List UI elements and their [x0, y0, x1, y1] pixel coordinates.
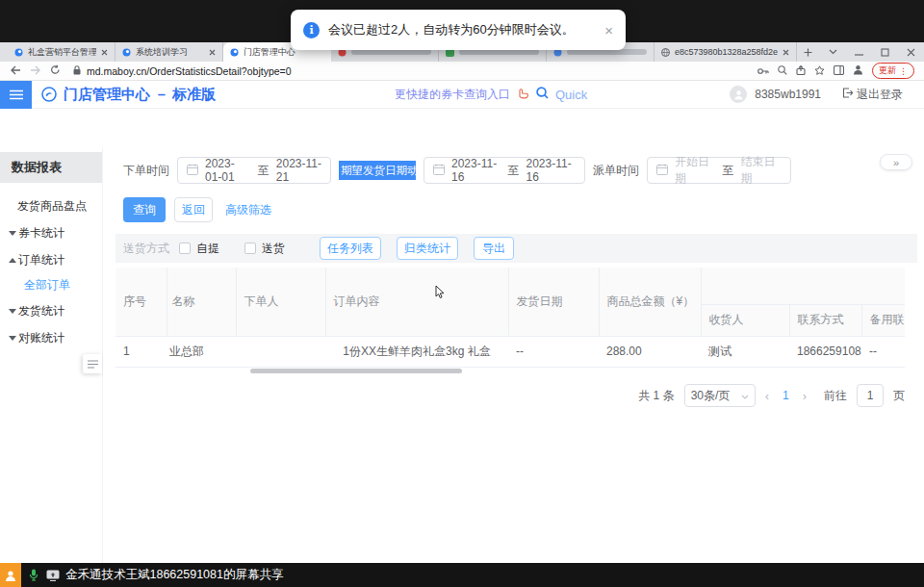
col-total: 商品总金额（¥） — [599, 268, 701, 336]
advanced-filter-link[interactable]: 高级筛选 — [225, 202, 271, 218]
browser-tab-training[interactable]: 系统培训学习 — [116, 42, 223, 62]
table-row[interactable]: 1 业总部 1份XX生鲜羊肉礼盒3kg 礼盒 -- 288.00 测试 1866… — [116, 336, 905, 367]
expected-ship-date-range-input[interactable]: 2023-11-16 至 2023-11-16 — [424, 157, 585, 184]
col-orderer: 下单人 — [236, 268, 325, 336]
current-page[interactable]: 1 — [779, 389, 793, 402]
bookmark-star-icon[interactable] — [814, 65, 825, 77]
meeting-notification-toast: i 会议已超过2人，自动转为60分钟限时会议。 × — [291, 10, 626, 50]
query-button[interactable]: 查询 — [123, 197, 166, 222]
browser-tab-hash[interactable]: e8c573980b1328a258fd2e618 — [654, 42, 797, 62]
zoom-icon[interactable] — [778, 65, 787, 77]
sidebar-item-all-orders-active[interactable]: 全部订单 — [0, 273, 102, 297]
sidebar-item-shipment-inventory[interactable]: 发货商品盘点 — [0, 192, 102, 219]
col-group-receiver — [701, 268, 905, 304]
back-button[interactable]: 返回 — [174, 197, 213, 222]
checkbox-icon[interactable] — [244, 242, 256, 254]
logout-button[interactable]: 退出登录 — [842, 87, 903, 103]
col-content: 订单内容 — [325, 268, 508, 336]
col-receiver: 收货人 — [701, 304, 789, 336]
tab-close-icon[interactable] — [783, 49, 789, 56]
screen-share-bar: 金禾通技术王斌18662591081的屏幕共享 — [0, 563, 924, 587]
sidebar-item-order-stats[interactable]: 订单统计 — [0, 246, 102, 273]
notification-close-icon[interactable]: × — [604, 22, 613, 38]
pagination: 共 1 条 30条/页 ‹ 1 › 前往 1 页 — [638, 384, 905, 407]
window-minimize-button[interactable] — [846, 42, 872, 62]
filter-collapse-button[interactable]: » — [880, 154, 912, 170]
screen-share-icon[interactable] — [46, 570, 60, 581]
forward-icon[interactable] — [30, 65, 41, 77]
next-page-button[interactable]: › — [803, 389, 807, 403]
logout-icon — [842, 88, 853, 101]
menu-dots-icon: ⋮ — [899, 66, 908, 76]
page-size-select[interactable]: 30条/页 — [684, 384, 756, 407]
reload-icon[interactable] — [50, 64, 61, 77]
browser-toolbar: md.maboy.cn/OrderStatisticsDetail?objtyp… — [0, 62, 924, 81]
app-header: 门店管理中心 － 标准版 更快捷的券卡查询入口 Quick 8385wb1991 — [0, 81, 924, 109]
tab-title: 系统培训学习 — [136, 46, 204, 59]
horizontal-scrollbar[interactable] — [250, 369, 462, 373]
app-logo-icon — [41, 87, 57, 102]
chevron-down-icon — [741, 389, 749, 402]
dispatch-date-range-input[interactable]: 开始日期 至 结束日期 — [647, 157, 791, 184]
browser-update-button[interactable]: 更新 ⋮ — [872, 63, 914, 79]
caret-down-icon — [9, 309, 16, 314]
sidebar-item-shipping-stats[interactable]: 发货统计 — [0, 297, 102, 324]
window-close-button[interactable] — [898, 42, 924, 62]
tab-close-icon[interactable] — [209, 49, 216, 56]
col-name: 名称 — [167, 268, 236, 336]
browser-tab-gift-platform[interactable]: 礼盒营销平台管理中心 — [8, 42, 116, 62]
cell-name: 业总部 — [167, 336, 236, 367]
delivery-mode-label: 送货方式 — [123, 241, 169, 257]
cell-contact: 18662591081 — [789, 336, 861, 367]
expected-ship-date-highlight: 期望发货日期动态 — [339, 161, 416, 180]
sidebar-item-reconciliation-stats[interactable]: 对账统计 — [0, 324, 102, 351]
total-count: 共 1 条 — [638, 388, 674, 404]
end-date: 2023-11-21 — [276, 157, 321, 184]
checkbox-icon[interactable] — [179, 242, 191, 254]
sidebar-item-coupon-stats[interactable]: 券卡统计 — [0, 219, 102, 246]
calendar-icon — [433, 164, 445, 178]
new-tab-button[interactable] — [797, 42, 818, 62]
back-icon[interactable] — [10, 65, 21, 77]
delivery-checkbox[interactable]: 送货 — [244, 241, 285, 257]
dispatch-time-label: 派单时间 — [593, 163, 639, 179]
cell-content: 1份XX生鲜羊肉礼盒3kg 礼盒 — [325, 336, 508, 367]
goto-page-input[interactable]: 1 — [857, 384, 884, 407]
sidebar: 数据报表 发货商品盘点 券卡统计 订单统计 全部订单 发货统计 — [0, 147, 103, 563]
prev-page-button[interactable]: ‹ — [765, 389, 769, 403]
order-date-range-input[interactable]: 2023-01-01 至 2023-11-21 — [177, 157, 331, 184]
quick-label[interactable]: Quick — [555, 88, 587, 102]
cell-orderer — [236, 336, 325, 367]
share-status-text: 金禾通技术王斌18662591081的屏幕共享 — [65, 567, 283, 583]
side-panel-icon[interactable] — [834, 65, 844, 77]
sidebar-collapse-toggle[interactable] — [83, 354, 102, 373]
tab-search-icon[interactable] — [820, 42, 846, 62]
pickup-checkbox[interactable]: 自提 — [179, 241, 219, 257]
share-icon[interactable] — [796, 65, 806, 77]
address-bar[interactable]: md.maboy.cn/OrderStatisticsDetail?objtyp… — [69, 65, 749, 77]
caret-down-icon — [9, 231, 16, 236]
order-time-label: 下单时间 — [123, 163, 169, 179]
start-date-placeholder: 开始日期 — [675, 154, 716, 187]
sharer-avatar-icon — [0, 563, 21, 587]
col-ship-date: 发货日期 — [508, 268, 599, 336]
window-maximize-button[interactable] — [872, 42, 898, 62]
export-button[interactable]: 导出 — [474, 237, 514, 260]
search-icon[interactable] — [536, 86, 549, 103]
tab-close-icon[interactable] — [101, 49, 108, 56]
window-controls — [820, 42, 924, 62]
menu-hamburger-icon[interactable] — [0, 81, 32, 109]
quick-entry-area: 更快捷的券卡查询入口 Quick — [395, 86, 587, 103]
goto-label: 前往 — [824, 388, 847, 404]
sidebar-section-data-reports: 数据报表 — [0, 152, 102, 183]
quick-entry-link[interactable]: 更快捷的券卡查询入口 — [395, 87, 510, 103]
url-text: md.maboy.cn/OrderStatisticsDetail?objtyp… — [87, 65, 292, 77]
caret-down-icon — [9, 336, 16, 341]
user-area: 8385wb1991 退出登录 — [730, 86, 903, 103]
tab-title: e8c573980b1328a258fd2e618 — [675, 47, 778, 57]
password-key-icon[interactable] — [757, 65, 769, 77]
profile-icon[interactable] — [853, 64, 863, 77]
task-list-button[interactable]: 任务列表 — [320, 237, 381, 260]
classify-stats-button[interactable]: 归类统计 — [397, 237, 458, 260]
microphone-icon[interactable] — [29, 569, 38, 581]
